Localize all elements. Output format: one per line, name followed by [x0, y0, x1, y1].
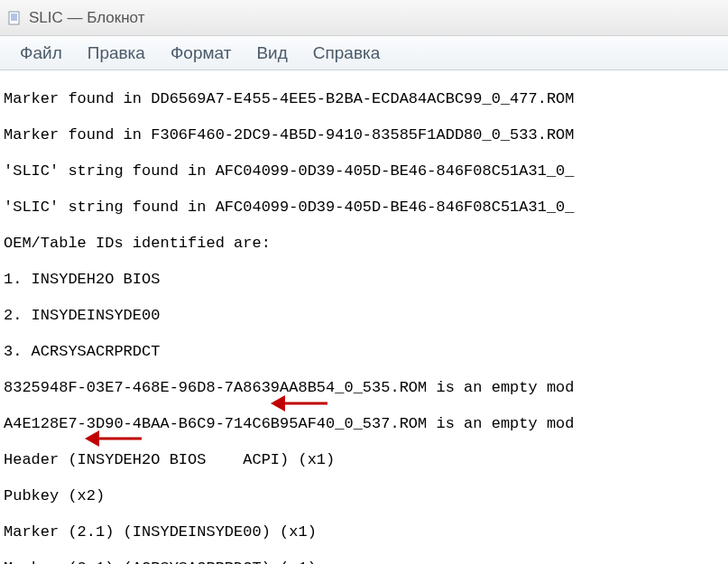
menubar: Файл Правка Формат Вид Справка	[0, 36, 728, 70]
menu-format[interactable]: Формат	[158, 40, 244, 67]
text-line: 'SLIC' string found in AFC04099-0D39-405…	[4, 162, 724, 180]
text-line: Marker found in F306F460-2DC9-4B5D-9410-…	[4, 126, 724, 144]
text-line: Pubkey (x2)	[4, 487, 724, 505]
annotation-arrow	[83, 389, 146, 488]
text-line: 3. ACRSYSACRPRDCT	[4, 343, 724, 361]
text-line: OEM/Table IDs identified are:	[4, 235, 724, 253]
text-line: 'SLIC' string found in AFC04099-0D39-405…	[4, 199, 724, 217]
text-line: 8325948F-03E7-468E-96D8-7A8639AA8B54_0_5…	[4, 379, 724, 397]
notepad-icon	[7, 11, 22, 25]
window-title: SLIC — Блокнот	[29, 9, 144, 27]
text-line: Marker (2.1) (ACRSYSACRPRDCT) (x1)	[4, 559, 724, 564]
text-line: 1. INSYDEH2O BIOS	[4, 271, 724, 289]
text-content[interactable]: Marker found in DD6569A7-E455-4EE5-B2BA-…	[0, 70, 728, 564]
titlebar: SLIC — Блокнот	[0, 0, 728, 36]
text-line: 2. INSYDEINSYDE00	[4, 307, 724, 325]
menu-file[interactable]: Файл	[7, 40, 75, 67]
menu-edit[interactable]: Правка	[75, 40, 158, 67]
text-line: Header (INSYDEH2O BIOS ACPI) (x1)	[4, 451, 724, 469]
text-line: Marker found in DD6569A7-E455-4EE5-B2BA-…	[4, 90, 724, 108]
text-line: Marker (2.1) (INSYDEINSYDE00) (x1)	[4, 523, 724, 541]
annotation-arrow	[269, 354, 332, 453]
menu-view[interactable]: Вид	[244, 40, 299, 67]
menu-help[interactable]: Справка	[300, 40, 393, 67]
text-line: A4E128E7-3D90-4BAA-B6C9-714C6B95AF40_0_5…	[4, 415, 724, 433]
